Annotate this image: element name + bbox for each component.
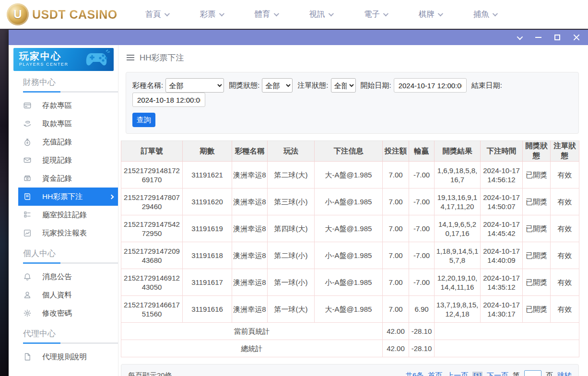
sidebar-item-label: 提現記錄 [42, 155, 72, 165]
table-cell: 澳洲幸运8 [232, 215, 268, 242]
search-button[interactable]: 查詢 [132, 113, 155, 127]
table-cell: 7.00 [383, 242, 409, 269]
nav-item-label: 彩票 [200, 9, 216, 20]
gear-icon [23, 309, 32, 317]
table-cell: 澳洲幸运8 [232, 296, 268, 323]
page-backdrop: 玩家中心 PLAYERS CENTER [0, 29, 588, 376]
table-cell: 2152172914691243050 [121, 269, 183, 296]
chevron-right-icon [109, 194, 114, 199]
sidebar-item-moneybag[interactable]: 充值記錄 [18, 133, 118, 151]
table-cell: 1,6,9,18,5,8,16,7 [435, 162, 481, 188]
sidebar-item-cash-envelope[interactable]: 提現記錄 [18, 151, 118, 169]
main-nav: 首頁彩票體育視訊電子棋牌捕魚 [145, 9, 496, 20]
chevron-down-icon [219, 11, 224, 16]
section-divider [23, 262, 118, 264]
document-icon [23, 352, 32, 361]
table-cell: 31191617 [183, 269, 232, 296]
page-number-input[interactable] [524, 370, 541, 376]
table-cell: 6.90 [409, 296, 435, 323]
report-chart-icon [23, 229, 32, 237]
table-cell: 澳洲幸运8 [232, 269, 268, 296]
table-cell: 1,18,9,14,5,15,7,8 [435, 242, 481, 269]
nav-item-label: 電子 [364, 9, 380, 20]
summary-filler [435, 340, 579, 357]
summary-winloss: -28.10 [409, 340, 435, 357]
maximize-icon[interactable] [553, 34, 561, 41]
sidebar-item-label: 廳室投註記錄 [42, 210, 87, 220]
col-header: 下注時間 [481, 141, 523, 162]
order-status-label: 注單狀態: [297, 81, 328, 90]
table-cell: 第一球(大) [268, 296, 315, 323]
table-cell: 有效 [551, 162, 579, 188]
nav-item-5[interactable]: 棋牌 [419, 9, 442, 20]
sidebar-item-bell[interactable]: 消息公告 [18, 268, 118, 286]
table-cell: 有效 [551, 296, 579, 323]
table-cell: 大-A盤@1.985 [315, 215, 383, 242]
first-page-link[interactable]: 首页 [428, 371, 442, 376]
start-date-input[interactable] [394, 78, 467, 93]
sidebar-item-document[interactable]: 代理規則說明 [18, 348, 118, 366]
sidebar-item-gear[interactable]: 修改密碼 [18, 304, 118, 322]
table-cell: 7.00 [383, 215, 409, 242]
cash-envelope-icon [23, 156, 32, 164]
bets-table: 訂單號期數彩種名稱玩法下注信息投注額輸贏開獎結果下注時間開獎狀態注單狀態 215… [121, 141, 579, 357]
minimize-icon[interactable] [534, 34, 542, 41]
brand-logo: U USDT CASINO [7, 3, 118, 25]
order-status-select[interactable]: 全部 [331, 78, 356, 93]
sidebar-item-funds-record[interactable]: 資金記錄 [18, 169, 118, 188]
summary-label: 總統計 [121, 340, 383, 357]
gamepad-icon [85, 49, 111, 70]
end-date-input[interactable] [132, 93, 205, 107]
nav-item-4[interactable]: 電子 [364, 9, 387, 20]
summary-filler [435, 323, 579, 340]
main-header: HH彩票下注 [118, 45, 588, 70]
table-cell: 有效 [551, 188, 579, 215]
sidebar-item-label: 資金記錄 [42, 174, 72, 184]
table-cell: -7.00 [409, 188, 435, 215]
table-cell: 大-A盤@1.985 [315, 162, 383, 188]
summary-winloss: -28.10 [409, 323, 435, 340]
sidebar-item-ledger[interactable]: HH彩票下注 [18, 188, 118, 206]
moneybag-icon [23, 138, 32, 146]
nav-item-6[interactable]: 捕魚 [473, 9, 496, 20]
menu-burger-icon[interactable] [127, 55, 134, 60]
table-cell: 第一球(小) [268, 269, 315, 296]
close-icon[interactable] [573, 34, 580, 41]
table-cell: -7.00 [409, 162, 435, 188]
section-title: 代理中心 [23, 328, 118, 340]
nav-item-2[interactable]: 體育 [255, 9, 278, 20]
sidebar-item-report-chart[interactable]: 玩家投注報表 [18, 224, 118, 242]
draw-status-select[interactable]: 全部 [262, 78, 293, 93]
table-cell: 31191621 [183, 162, 232, 188]
lottery-select[interactable]: 全部 [165, 78, 224, 93]
draw-status-label: 開獎狀態: [229, 81, 259, 90]
jump-link[interactable]: 跳转 [557, 371, 572, 376]
sidebar-item-bet-list[interactable]: 廳室投註記錄 [18, 206, 118, 224]
total-count: 共6条 [405, 371, 423, 376]
total-stats-row: 總統計42.00-28.10 [121, 340, 579, 357]
page-suffix-label: 页 [546, 371, 553, 376]
table-cell: 第四球(大) [268, 215, 315, 242]
table-cell: 31191618 [183, 242, 232, 269]
sidebar: 玩家中心 PLAYERS CENTER [9, 45, 118, 376]
table-cell: 19,13,16,9,14,17,11,20 [435, 188, 481, 215]
nav-item-3[interactable]: 視訊 [309, 9, 332, 20]
sidebar-item-deposit-card[interactable]: 存款專區 [18, 96, 118, 115]
nav-item-1[interactable]: 彩票 [200, 9, 223, 20]
table-cell: 小-A盤@1.985 [315, 188, 383, 215]
start-date-label: 開始日期: [361, 81, 391, 90]
nav-item-0[interactable]: 首頁 [145, 9, 168, 20]
main-content: HH彩票下注 彩種名稱: 全部 開獎狀態: 全部 注單狀態: 全部 [118, 45, 588, 376]
col-header: 下注信息 [315, 141, 383, 162]
sidebar-item-person[interactable]: 個人資料 [18, 286, 118, 304]
collapse-icon[interactable] [515, 34, 523, 41]
table-cell: 7.00 [383, 269, 409, 296]
sidebar-item-label: 消息公告 [42, 272, 72, 282]
prev-page-link[interactable]: 上一页 [447, 371, 468, 376]
sidebar-item-label: 玩家投注報表 [42, 228, 87, 238]
table-cell: 2024-10-17 14:40:09 [481, 242, 523, 269]
next-page-link[interactable]: 下一页 [487, 371, 508, 376]
table-cell: 有效 [551, 242, 579, 269]
table-cell: 澳洲幸运8 [232, 162, 268, 188]
sidebar-item-withdraw-hand[interactable]: 取款專區 [18, 115, 118, 133]
